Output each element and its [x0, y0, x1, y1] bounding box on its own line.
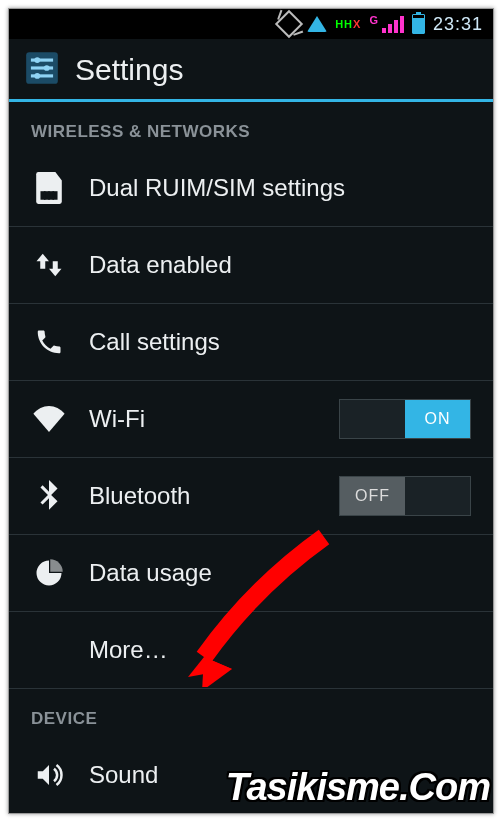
section-wireless-networks: WIRELESS & NETWORKS — [9, 102, 493, 150]
vibrate-icon — [275, 10, 303, 38]
row-more[interactable]: More… — [9, 612, 493, 689]
wifi-row-icon — [31, 406, 67, 432]
svg-point-5 — [44, 65, 50, 71]
section-device: DEVICE — [9, 689, 493, 737]
sim-icon — [31, 172, 67, 204]
row-label: More… — [89, 636, 471, 664]
row-data-enabled[interactable]: Data enabled — [9, 227, 493, 304]
signal-icon — [382, 15, 404, 33]
row-data-usage[interactable]: Data usage — [9, 535, 493, 612]
row-label: Wi-Fi — [89, 405, 317, 433]
row-wifi[interactable]: Wi-Fi ON — [9, 381, 493, 458]
bluetooth-icon — [31, 480, 67, 512]
svg-point-4 — [34, 57, 40, 63]
row-bluetooth[interactable]: Bluetooth OFF — [9, 458, 493, 535]
sound-icon — [31, 760, 67, 790]
row-label: Bluetooth — [89, 482, 317, 510]
page-title: Settings — [75, 53, 183, 87]
data-arrows-icon — [31, 250, 67, 280]
svg-point-6 — [34, 73, 40, 79]
settings-icon — [23, 49, 61, 91]
row-label: Data usage — [89, 559, 471, 587]
status-bar: HHX G 23:31 — [9, 9, 493, 39]
row-label: Call settings — [89, 328, 471, 356]
phone-icon — [31, 327, 67, 357]
toggle-on-half — [405, 477, 470, 515]
status-clock: 23:31 — [433, 14, 483, 35]
toggle-off-half — [340, 400, 405, 438]
row-dual-sim[interactable]: Dual RUIM/SIM settings — [9, 150, 493, 227]
status-indicator: HHX — [335, 18, 361, 30]
wifi-toggle[interactable]: ON — [339, 399, 471, 439]
battery-icon — [412, 14, 425, 34]
row-call-settings[interactable]: Call settings — [9, 304, 493, 381]
data-usage-icon — [31, 558, 67, 588]
toggle-on-half: ON — [405, 400, 470, 438]
title-bar: Settings — [9, 39, 493, 102]
row-label: Dual RUIM/SIM settings — [89, 174, 471, 202]
watermark: Tasikisme.Com — [226, 766, 490, 809]
bluetooth-toggle[interactable]: OFF — [339, 476, 471, 516]
screen: HHX G 23:31 Settings WIRELESS & NETWORKS… — [8, 8, 494, 814]
network-type-icon: G — [369, 14, 378, 26]
toggle-off-half: OFF — [340, 477, 405, 515]
row-label: Data enabled — [89, 251, 471, 279]
wifi-icon — [307, 16, 327, 32]
